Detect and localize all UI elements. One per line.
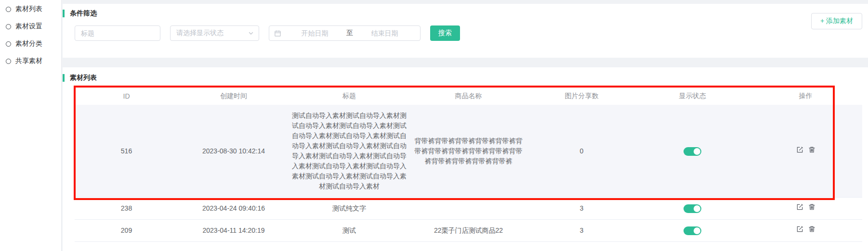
display-status-toggle[interactable] (684, 204, 701, 213)
app-root: 素材列表 素材设置 素材分类 共享素材 条件筛选 请选择显示状态 (0, 0, 868, 251)
sidebar-item[interactable]: 素材设置 (0, 18, 61, 35)
column-header: 商品名称 (409, 88, 527, 105)
material-list-section-header: 素材列表 (63, 74, 868, 82)
search-button[interactable]: 搜索 (430, 25, 460, 41)
start-date-input[interactable] (283, 29, 346, 38)
material-list-section-title: 素材列表 (70, 74, 97, 82)
material-table: ID创建时间标题商品名称图片分享数显示状态操作 516 2023-08-30 1… (75, 88, 862, 242)
cell-created-at: 2023-08-30 10:42:14 (178, 105, 289, 198)
cell-title: 测试纯文字 (289, 198, 409, 220)
date-range-picker[interactable]: 至 (269, 25, 421, 41)
main-content: 条件筛选 请选择显示状态 (62, 0, 868, 251)
circle-bullet-icon (6, 41, 11, 47)
delete-button[interactable] (808, 146, 815, 153)
sidebar-item-label: 素材设置 (15, 22, 42, 31)
cell-id: 516 (75, 105, 178, 198)
circle-bullet-icon (6, 24, 11, 29)
cell-display-status (636, 105, 749, 198)
column-header: ID (75, 88, 178, 105)
filter-section-title: 条件筛选 (70, 9, 97, 18)
chevron-down-icon (248, 30, 254, 36)
display-status-toggle[interactable] (684, 226, 701, 235)
table-header-row: ID创建时间标题商品名称图片分享数显示状态操作 (75, 88, 862, 105)
cell-actions (749, 105, 862, 198)
date-range-separator: 至 (346, 29, 353, 38)
table-row: 209 2023-04-11 14:20:19 测试 22栗子门店测试商品22 … (75, 220, 862, 242)
circle-bullet-icon (6, 7, 11, 12)
column-header: 标题 (289, 88, 409, 105)
sidebar: 素材列表 素材设置 素材分类 共享素材 (0, 0, 62, 251)
sidebar-item[interactable]: 共享素材 (0, 52, 61, 70)
cell-display-status (636, 220, 749, 242)
cell-share-count: 3 (527, 220, 636, 242)
cell-product-name (409, 198, 527, 220)
column-header: 显示状态 (636, 88, 749, 105)
filter-section-header: 条件筛选 (63, 9, 868, 18)
title-filter-input[interactable] (75, 25, 160, 41)
edit-button[interactable] (796, 226, 803, 233)
table-body: 516 2023-08-30 10:42:14 测试自动导入素材测试自动导入素材… (75, 105, 862, 242)
cell-share-count: 3 (527, 198, 636, 220)
display-status-toggle[interactable] (684, 147, 701, 156)
display-status-select[interactable]: 请选择显示状态 (170, 25, 259, 41)
material-list-section: 素材列表 ID创建时间标题商品名称图片分享数显示状态操作 516 2023-08… (63, 67, 868, 251)
delete-button[interactable] (808, 203, 815, 211)
cell-actions (749, 198, 862, 220)
sidebar-menu: 素材列表 素材设置 素材分类 共享素材 (0, 0, 61, 70)
cell-id: 238 (75, 198, 178, 220)
edit-button[interactable] (796, 203, 803, 211)
cell-product-name: 背带裤背带裤背带裤背带裤背带裤背带裤背带裤背带裤背带裤背带裤背带裤背带裤背带裤背… (409, 105, 527, 198)
cell-share-count: 0 (527, 105, 636, 198)
material-table-wrap: ID创建时间标题商品名称图片分享数显示状态操作 516 2023-08-30 1… (75, 88, 862, 242)
cell-display-status (636, 198, 749, 220)
column-header: 操作 (749, 88, 862, 105)
display-status-select-placeholder: 请选择显示状态 (176, 29, 224, 38)
circle-bullet-icon (6, 59, 11, 64)
column-header: 创建时间 (178, 88, 289, 105)
sidebar-item-label: 共享素材 (15, 57, 42, 65)
cell-id: 209 (75, 220, 178, 242)
cell-title: 测试 (289, 220, 409, 242)
filter-controls: 请选择显示状态 至 搜索 (75, 25, 868, 41)
section-accent-bar (63, 10, 65, 17)
sidebar-item-label: 素材列表 (15, 5, 42, 13)
calendar-icon (274, 30, 281, 37)
sidebar-item[interactable]: 素材分类 (0, 35, 61, 52)
filter-section: 条件筛选 请选择显示状态 (63, 4, 868, 58)
cell-created-at: 2023-04-11 14:20:19 (178, 220, 289, 242)
table-row: 516 2023-08-30 10:42:14 测试自动导入素材测试自动导入素材… (75, 105, 862, 198)
end-date-input[interactable] (353, 29, 416, 38)
edit-button[interactable] (796, 146, 803, 153)
cell-title: 测试自动导入素材测试自动导入素材测试自动导入素材测试自动导入素材测试自动导入素材… (289, 105, 409, 198)
delete-button[interactable] (808, 226, 815, 233)
sidebar-item[interactable]: 素材列表 (0, 0, 61, 18)
section-accent-bar (63, 74, 65, 82)
column-header: 图片分享数 (527, 88, 636, 105)
cell-product-name: 22栗子门店测试商品22 (409, 220, 527, 242)
cell-actions (749, 220, 862, 242)
add-material-button[interactable]: + 添加素材 (811, 13, 862, 29)
table-row: 238 2023-04-24 09:40:16 测试纯文字 3 (75, 198, 862, 220)
cell-created-at: 2023-04-24 09:40:16 (178, 198, 289, 220)
sidebar-item-label: 素材分类 (15, 39, 42, 48)
